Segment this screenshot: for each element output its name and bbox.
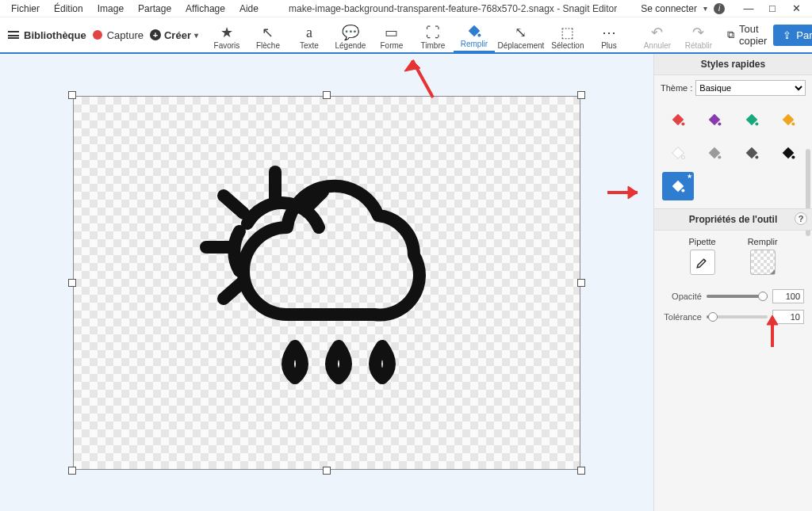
create-button[interactable]: + Créer ▾ bbox=[150, 29, 198, 41]
help-icon[interactable]: ? bbox=[795, 212, 807, 225]
resize-handle-nw[interactable] bbox=[68, 91, 76, 99]
annotation-arrow-quick-style bbox=[606, 181, 645, 204]
tool-selection[interactable]: ⬚Sélection bbox=[547, 17, 588, 52]
menubar: Fichier Édition Image Partage Affichage … bbox=[0, 2, 265, 16]
menu-file[interactable]: Fichier bbox=[5, 2, 46, 16]
tool-fill-label: Remplir bbox=[461, 40, 488, 48]
hamburger-icon bbox=[8, 31, 19, 39]
tool-more[interactable]: ⋯Plus bbox=[588, 17, 630, 52]
window-close-button[interactable]: ✕ bbox=[785, 1, 807, 17]
more-icon: ⋯ bbox=[602, 24, 616, 41]
resize-handle-se[interactable] bbox=[577, 467, 585, 475]
fill-label: Remplir bbox=[748, 237, 778, 246]
library-button[interactable]: Bibliothèque bbox=[8, 29, 86, 41]
resize-handle-sw[interactable] bbox=[68, 467, 76, 475]
copy-all-button[interactable]: ⧉ Tout copier bbox=[727, 23, 767, 47]
opacity-label: Opacité bbox=[662, 292, 702, 301]
plus-icon: + bbox=[150, 29, 161, 40]
menu-image[interactable]: Image bbox=[91, 2, 130, 16]
capture-label: Capture bbox=[107, 29, 144, 41]
capture-button[interactable]: Capture bbox=[93, 29, 144, 41]
tool-shape-label: Forme bbox=[380, 41, 403, 50]
text-icon: a bbox=[306, 24, 312, 41]
theme-select[interactable]: Basique bbox=[695, 80, 806, 96]
tool-favorites[interactable]: ★Favoris bbox=[206, 17, 247, 52]
shape-icon: ▭ bbox=[385, 24, 398, 41]
tool-callout[interactable]: 💬Légende bbox=[330, 17, 371, 52]
annotation-arrow-fill-tool bbox=[401, 54, 441, 101]
theme-label: Thème : bbox=[661, 83, 692, 93]
tool-move[interactable]: ⤡Déplacement bbox=[495, 17, 547, 52]
record-icon bbox=[93, 30, 102, 40]
redo-icon: ↷ bbox=[692, 24, 704, 41]
canvas-area[interactable] bbox=[0, 54, 653, 511]
tool-redo[interactable]: ↷Rétablir bbox=[678, 17, 719, 52]
style-orange[interactable] bbox=[772, 105, 804, 134]
copy-all-label: Tout copier bbox=[739, 23, 767, 47]
quick-styles-header: Styles rapides bbox=[654, 54, 812, 75]
share-label: Partage bbox=[796, 29, 812, 41]
resize-handle-e[interactable] bbox=[577, 279, 585, 287]
tool-text[interactable]: aTexte bbox=[289, 17, 330, 52]
tool-arrow[interactable]: ↖Flèche bbox=[247, 17, 289, 52]
create-chevron-icon: ▾ bbox=[194, 31, 198, 40]
resize-handle-s[interactable] bbox=[323, 467, 331, 475]
tolerance-slider[interactable] bbox=[707, 315, 768, 318]
svg-marker-11 bbox=[767, 315, 778, 325]
tolerance-slider-row: Tolérance 10 bbox=[654, 307, 812, 327]
tool-arrow-label: Flèche bbox=[256, 41, 280, 50]
stamp-icon: ⛶ bbox=[426, 24, 440, 41]
arrow-icon: ↖ bbox=[262, 24, 274, 41]
tool-selection-label: Sélection bbox=[551, 41, 584, 50]
info-icon[interactable]: i bbox=[714, 3, 725, 14]
eyedropper-icon bbox=[690, 250, 715, 275]
resize-handle-n[interactable] bbox=[323, 91, 331, 99]
tool-favorites-label: Favoris bbox=[214, 41, 240, 50]
signin-chevron-icon[interactable]: ▾ bbox=[703, 4, 707, 13]
svg-line-2 bbox=[224, 196, 243, 213]
style-darkgray[interactable] bbox=[736, 139, 768, 167]
window-maximize-button[interactable]: □ bbox=[761, 1, 783, 17]
share-icon: ⇪ bbox=[783, 29, 791, 41]
create-label: Créer bbox=[164, 29, 191, 41]
eyedropper-tool[interactable]: Pipette bbox=[688, 237, 715, 275]
library-label: Bibliothèque bbox=[24, 29, 86, 41]
tool-undo[interactable]: ↶Annuler bbox=[637, 17, 678, 52]
resize-handle-w[interactable] bbox=[68, 279, 76, 287]
move-icon: ⤡ bbox=[515, 24, 527, 41]
tool-fill[interactable]: Remplir bbox=[454, 17, 495, 52]
fill-transparent-swatch[interactable] bbox=[750, 250, 776, 275]
style-black[interactable] bbox=[772, 139, 804, 167]
style-lightgray[interactable] bbox=[699, 139, 730, 167]
share-button[interactable]: ⇪ Partage bbox=[773, 25, 812, 46]
menu-help[interactable]: Aide bbox=[233, 2, 265, 16]
style-purple[interactable] bbox=[699, 105, 730, 134]
star-icon: ★ bbox=[220, 24, 233, 41]
fill-color-picker[interactable]: Remplir bbox=[748, 237, 778, 275]
opacity-slider[interactable] bbox=[707, 295, 768, 298]
menu-edit[interactable]: Édition bbox=[48, 2, 90, 16]
tool-more-label: Plus bbox=[601, 41, 616, 50]
side-panel: Styles rapides Thème : Basique Propriété… bbox=[653, 54, 812, 511]
style-transparent-selected[interactable] bbox=[662, 172, 694, 200]
tool-text-label: Texte bbox=[300, 41, 319, 50]
style-green[interactable] bbox=[736, 105, 768, 134]
menu-view[interactable]: Affichage bbox=[179, 2, 232, 16]
opacity-value[interactable]: 100 bbox=[772, 289, 804, 303]
style-red[interactable] bbox=[662, 105, 694, 134]
signin-link[interactable]: Se connecter bbox=[641, 3, 697, 14]
canvas-selection[interactable] bbox=[68, 91, 585, 475]
resize-handle-ne[interactable] bbox=[577, 91, 585, 99]
tool-shape[interactable]: ▭Forme bbox=[371, 17, 412, 52]
quick-styles-grid bbox=[654, 101, 812, 208]
tool-stamp[interactable]: ⛶Timbre bbox=[412, 17, 454, 52]
canvas-image[interactable] bbox=[73, 96, 580, 470]
selection-icon: ⬚ bbox=[561, 24, 574, 41]
opacity-slider-row: Opacité 100 bbox=[654, 286, 812, 307]
document-title: make-image-background-transparent-featur… bbox=[265, 3, 641, 14]
style-white[interactable] bbox=[662, 139, 694, 167]
menu-share[interactable]: Partage bbox=[132, 2, 178, 16]
tool-move-label: Déplacement bbox=[497, 41, 544, 50]
tools-strip: ★Favoris ↖Flèche aTexte 💬Légende ▭Forme … bbox=[206, 17, 719, 52]
window-minimize-button[interactable]: — bbox=[737, 1, 760, 17]
